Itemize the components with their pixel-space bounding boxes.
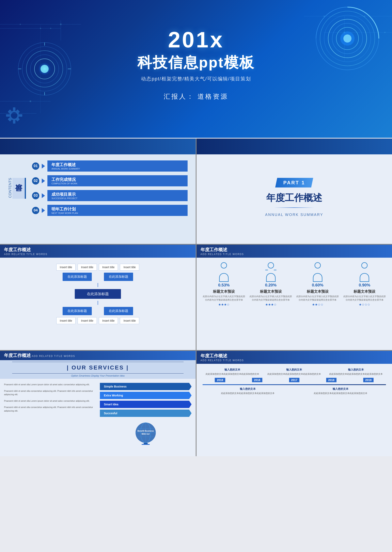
flow-box-4: Insert title [120, 264, 139, 271]
flow-row-mid2: 在此添加标题 在此添加标题 [63, 307, 133, 315]
flow-box-b4: Insert title [120, 317, 139, 324]
services-globe: Benefit Business With Us! [100, 420, 192, 448]
flow-label-3: 在此添加标题 [63, 307, 92, 315]
timeline-top-label: 输入您的文本 [264, 368, 324, 371]
flow-center-label: 在此添加标题 [75, 289, 121, 299]
year-badge: 2019 [363, 378, 374, 382]
svg-text:Benefit Business: Benefit Business [138, 430, 154, 432]
services-text-block: Praesent nibh et amet olla Lorem ipsum d… [4, 383, 96, 386]
year-badge: 2017 [289, 378, 299, 382]
service-arrow: Simple Business [100, 383, 192, 390]
year-badge: 2018 [215, 378, 225, 382]
services-title: | OUR SERVICES | [12, 362, 183, 374]
toc-text-main: 明年工作计划 [51, 206, 183, 212]
flow-label-1: 在此添加标题 [63, 273, 92, 281]
toc-text-sub: SUCCESSFUL PROJECT [51, 197, 183, 200]
toc-body: 目录 CONTENTS 01 年度工作概述 ANNUAL WORK SUMMAR… [0, 154, 196, 222]
svg-point-14 [20, 24, 21, 25]
person-name: 标题文本预设 [260, 289, 282, 294]
services-text-block: Praesent nibh et amet olla consectetur a… [4, 405, 96, 413]
slide5-title-en: ADD RELATED TITLE WORDS [201, 253, 388, 256]
hero-year: 201x [137, 28, 255, 51]
svg-point-15 [50, 28, 51, 29]
person-stars: ★☆☆☆ [359, 303, 370, 307]
timeline-top-label: 输入您的文本 [203, 368, 262, 371]
flow-row-mid1: 在此添加标题 在此添加标题 [63, 273, 133, 281]
toc-arrow [42, 164, 45, 168]
svg-point-8 [60, 23, 62, 25]
hero-circle-right [315, 6, 380, 71]
flow-row-bottom: Insert title Insert title Insert title I… [56, 317, 139, 324]
toc-text-sub: COMPLETION OF WORK [51, 182, 183, 185]
services-subtitle: Option Smartness Display Your Presentati… [4, 374, 192, 377]
year-badge: 2018 [252, 378, 262, 382]
slide4-title-zh: 年度工作概述 [4, 247, 192, 253]
toc-label-sub: CONTENTS [8, 178, 12, 198]
slide-part1: PART 1 年度工作概述 ANNUAL WORK SUMMARY [196, 139, 392, 244]
person-percent: 0.53% [218, 283, 230, 287]
svg-rect-39 [6, 114, 9, 117]
person-percent: 0.60% [312, 283, 323, 287]
slide7-header: 年度工作概述 ADD RELATED TITLE WORDS [196, 351, 392, 364]
svg-point-24 [41, 65, 49, 73]
toc-num: 01 [32, 162, 39, 170]
slide-people: 年度工作概述 ADD RELATED TITLE WORDS 0.53% 标题文… [196, 245, 392, 350]
service-arrow-item: Extra Working [100, 392, 192, 399]
person-icon [265, 262, 277, 282]
timeline-years-row: 20182018201720182019 [203, 378, 386, 382]
part-top-bar [196, 139, 392, 154]
timeline-top-desc: 此处添加您的文本此处添加您的文本此处添加您的文本 [264, 372, 324, 376]
timeline-top-label: 输入您的文本 [326, 368, 386, 371]
service-arrow: Succesful [100, 410, 192, 417]
slide6-title-zh: 年度工作概述 [4, 353, 31, 358]
service-arrow: Smart Idea [100, 401, 192, 408]
timeline-year: 2017 [277, 378, 312, 382]
flow-connector-v2 [98, 301, 98, 305]
person-desc: 此部分内容为占位文字插入此文字预设此部分内容为文字预设请选用注意全景字体 [249, 295, 292, 301]
timeline-bottom-desc: 此处添加您的文本此处添加您的文本此处添加您的文本 [295, 391, 386, 395]
toc-label-main: 目录 [12, 178, 26, 199]
person-icon [218, 262, 230, 282]
slide5-header: 年度工作概述 ADD RELATED TITLE WORDS [196, 245, 392, 258]
person-desc: 此部分内容为占位文字插入此文字预设此部分内容为文字预设请选用注意全景字体 [203, 295, 245, 301]
toc-text-box: 工作完成情况 COMPLETION OF WORK [47, 175, 188, 186]
hero-circle-left [16, 41, 73, 97]
timeline-top-item: 输入您的文本 此处添加您的文本此处添加您的文本此处添加您的文本 [326, 368, 386, 376]
toc-num: 04 [32, 207, 39, 214]
part-badge: PART 1 [275, 178, 313, 188]
toc-item: 02 工作完成情况 COMPLETION OF WORK [32, 175, 188, 186]
toc-num: 02 [32, 177, 39, 185]
hero-content: 201x 科技信息ppt模板 动态ppt/框架完整/精美大气/可以编辑/项目策划… [137, 28, 255, 101]
hero-subtitle: 动态ppt/框架完整/精美大气/可以编辑/项目策划 [137, 76, 255, 82]
slide4-title-en: ADD RELATED TITLE WORDS [4, 253, 192, 256]
timeline-year: 2018 [240, 378, 275, 382]
person-desc: 此部分内容为占位文字插入此文字预设此部分内容为文字预设请选用注意全景字体 [296, 295, 339, 301]
services-text-block: Praesent nibh et amet olla Lorem ipsum d… [4, 399, 96, 403]
slide-hero: 201x 科技信息ppt模板 动态ppt/框架完整/精美大气/可以编辑/项目策划… [0, 0, 392, 138]
person-icon [312, 262, 324, 282]
svg-point-9 [40, 28, 41, 29]
timeline-top-row: 输入您的文本 此处添加您的文本此处添加您的文本此处添加您的文本 输入您的文本 此… [203, 368, 386, 376]
services-body: Praesent nibh et amet olla Lorem ipsum d… [0, 379, 196, 452]
toc-text-main: 成功项目展示 [51, 192, 183, 197]
toc-text-main: 年度工作概述 [51, 162, 183, 168]
flow-label-2: 在此添加标题 [104, 273, 133, 281]
part-title-zh: 年度工作概述 [266, 192, 322, 204]
toc-arrow [42, 208, 45, 213]
presenter-label: 汇报人： [164, 93, 195, 100]
svg-point-50 [362, 263, 367, 268]
hero-title: 科技信息ppt模板 [137, 53, 255, 72]
service-arrow-item: Simple Business [100, 383, 192, 390]
svg-point-45 [221, 263, 227, 268]
timeline-top-item: 输入您的文本 此处添加您的文本此处添加您的文本此处添加您的文本 [203, 368, 262, 376]
timeline-bottom-item: 输入您的文本 此处添加您的文本此处添加您的文本此处添加您的文本 [295, 387, 386, 395]
svg-point-36 [343, 35, 351, 42]
person-name: 标题文本预设 [213, 289, 235, 294]
timeline-top-item: 输入您的文本 此处添加您的文本此处添加您的文本此处添加您的文本 [264, 368, 324, 376]
presenter-name: 道格资源 [197, 93, 228, 100]
svg-rect-60 [142, 444, 150, 445]
svg-rect-38 [13, 120, 15, 124]
svg-point-10 [30, 100, 31, 102]
person-stars: ★★★☆ [218, 303, 230, 307]
person-item: 0.90% 标题文本预设 此部分内容为占位文字插入此文字预设此部分内容为文字预设… [343, 262, 386, 307]
